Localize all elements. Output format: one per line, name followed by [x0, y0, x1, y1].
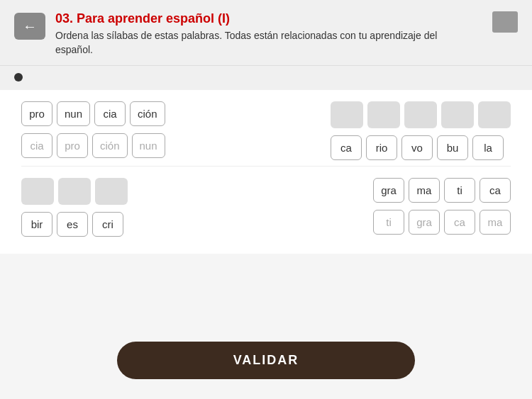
tile-rio-1[interactable]: rio: [366, 135, 397, 160]
scrambled-ti-2[interactable]: ti: [373, 210, 404, 235]
tile-ca-2[interactable]: ca: [480, 178, 511, 203]
answer-box-5[interactable]: [478, 101, 511, 128]
exercise-2-right: gra ma ti ca ti gra ca ma: [373, 178, 511, 235]
tile-bu-1[interactable]: bu: [437, 135, 468, 160]
scrambled-ca-2[interactable]: ca: [444, 210, 475, 235]
exercise-1-section: pro nun cia ción cia pro ción nun: [21, 101, 511, 160]
source-tiles-row-2: gra ma ti ca: [373, 178, 511, 203]
tile-nun-1[interactable]: nun: [57, 101, 90, 126]
tile-gra-2[interactable]: gra: [373, 178, 404, 203]
scrambled-cia-1[interactable]: cia: [21, 133, 52, 158]
tile-ti-2[interactable]: ti: [444, 178, 475, 203]
scrambled-nun-1[interactable]: nun: [132, 133, 165, 158]
tile-cion-1[interactable]: ción: [130, 101, 165, 126]
answer-box-2[interactable]: [367, 101, 400, 128]
scrambled-cion-1[interactable]: ción: [92, 133, 128, 158]
page-title: 03. Para aprender español (I): [55, 11, 453, 26]
answer-box-3[interactable]: [404, 101, 437, 128]
back-arrow-icon: ←: [23, 19, 37, 33]
answer-box-7[interactable]: [58, 178, 91, 205]
answer-box-1[interactable]: [331, 101, 363, 128]
answer-box-6[interactable]: [21, 178, 54, 205]
scrambled-ma-2[interactable]: ma: [480, 210, 511, 235]
validate-button[interactable]: VALIDAR: [117, 342, 415, 379]
section-divider: [21, 166, 511, 167]
tile-cri-2[interactable]: cri: [92, 212, 123, 237]
answer-box-4[interactable]: [441, 101, 474, 128]
back-button[interactable]: ←: [14, 13, 45, 40]
progress-dot: [14, 73, 23, 82]
tile-pro-1[interactable]: pro: [21, 101, 52, 126]
exercise-2-left: bir es cri: [21, 178, 128, 237]
answer-box-8[interactable]: [95, 178, 128, 205]
scrambled-pro-1[interactable]: pro: [57, 133, 88, 158]
tile-vo-1[interactable]: vo: [401, 135, 433, 160]
progress-bar: [0, 66, 532, 90]
main-content: pro nun cia ción cia pro ción nun: [0, 90, 532, 254]
source-tiles-row-1: pro nun cia ción: [21, 101, 165, 126]
scrambled-gra-2[interactable]: gra: [409, 210, 440, 235]
notebook-icon[interactable]: [492, 11, 518, 33]
tile-bir-2[interactable]: bir: [21, 212, 52, 237]
exercise-1-left: pro nun cia ción cia pro ción nun: [21, 101, 165, 158]
tile-ca-1[interactable]: ca: [331, 135, 362, 160]
answer-boxes-row-2: [21, 178, 128, 205]
exercise-2-section: bir es cri gra ma ti ca ti gra ca ma: [21, 178, 511, 237]
header-text: 03. Para aprender español (I) Ordena las…: [55, 11, 453, 57]
right-scrambled-row-2: ti gra ca ma: [373, 210, 511, 235]
header: ← 03. Para aprender español (I) Ordena l…: [0, 0, 532, 66]
validate-container: VALIDAR: [117, 342, 415, 379]
tile-la-1[interactable]: la: [472, 135, 504, 160]
tile-ma-2[interactable]: ma: [409, 178, 440, 203]
right-tiles-row-1: ca rio vo bu la: [331, 135, 511, 160]
tile-cia-1[interactable]: cia: [94, 101, 126, 126]
scrambled-tiles-row-1: cia pro ción nun: [21, 133, 165, 158]
answer-boxes-row-1: [331, 101, 511, 128]
exercise-1-right: ca rio vo bu la: [331, 101, 511, 160]
tile-es-2[interactable]: es: [57, 212, 88, 237]
page-description: Ordena las sílabas de estas palabras. To…: [55, 29, 453, 57]
scrambled-tiles-row-2: bir es cri: [21, 212, 128, 237]
